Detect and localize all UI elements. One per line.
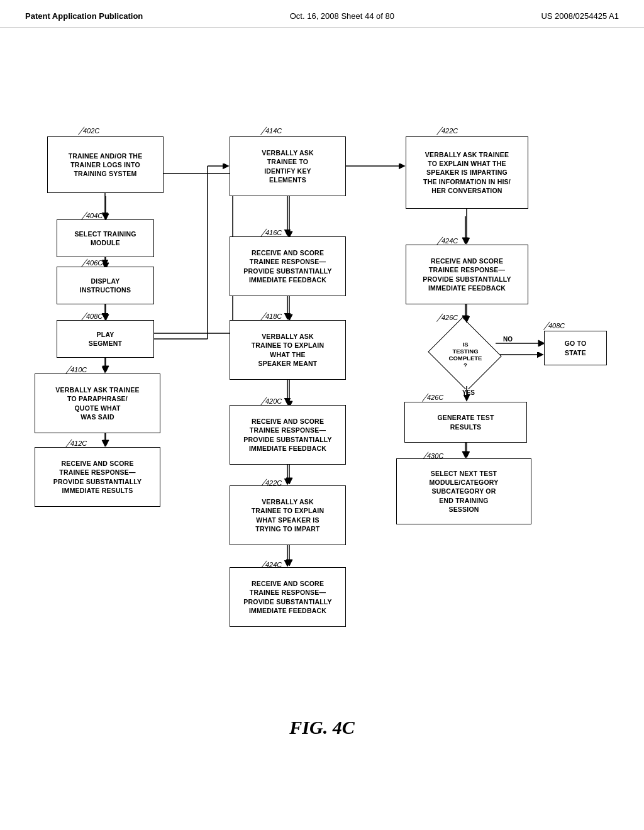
box-402c: TRAINEE AND/OR THE TRAINER LOGS INTO TRA… (47, 136, 164, 193)
box-424c-mid: RECEIVE AND SCORETRAINEE RESPONSE—PROVID… (230, 567, 346, 627)
diagram-area: ╱402C TRAINEE AND/OR THE TRAINER LOGS IN… (0, 34, 644, 757)
box-406c: DISPLAYINSTRUCTIONS (57, 267, 154, 304)
svg-marker-19 (286, 560, 292, 566)
ref-426c-gen: ╱426C (423, 394, 443, 402)
svg-marker-17 (286, 478, 292, 484)
diamond-426c: ISTESTINGCOMPLETE? (431, 323, 500, 386)
svg-marker-7 (103, 366, 109, 372)
ref-402c: ╱402C (79, 127, 99, 135)
box-410c: VERBALLY ASK TRAINEETO PARAPHRASE/QUOTE … (35, 374, 160, 433)
yes-label: YES (462, 389, 475, 396)
header-date-sheet: Oct. 16, 2008 Sheet 44 of 80 (290, 11, 394, 21)
no-label: NO (503, 336, 513, 343)
box-422c-right: VERBALLY ASK TRAINEETO EXPLAIN WHAT THES… (406, 136, 528, 209)
box-420c: RECEIVE AND SCORETRAINEE RESPONSE—PROVID… (230, 405, 346, 465)
ref-408c-2: ╱408C (544, 322, 565, 330)
box-422c-mid: VERBALLY ASKTRAINEE TO EXPLAINWHAT SPEAK… (230, 485, 346, 545)
box-424c-right: RECEIVE AND SCORETRAINEE RESPONSE—PROVID… (406, 245, 528, 304)
box-430c: SELECT NEXT TESTMODULE/CATEGORYSUBCATEGO… (396, 458, 531, 524)
box-go-to-state: GO TOSTATE (544, 331, 607, 365)
svg-marker-21 (462, 238, 469, 244)
svg-marker-9 (103, 440, 109, 446)
header-publication: Patent Application Publication (25, 11, 143, 21)
box-416c: RECEIVE AND SCORETRAINEE RESPONSE—PROVID… (230, 236, 346, 296)
box-418c: VERBALLY ASKTRAINEE TO EXPLAINWHAT THESP… (230, 320, 346, 380)
ref-426c-diamond: ╱426C (437, 314, 458, 322)
box-414c: VERBALLY ASKTRAINEE TOIDENTIFY KEYELEMEN… (230, 136, 346, 196)
box-408c: PLAYSEGMENT (57, 320, 154, 358)
box-generate-test-results: GENERATE TESTRESULTS (404, 402, 527, 443)
ref-422c-right: ╱422C (437, 127, 458, 135)
box-404c: SELECT TRAININGMODULE (57, 219, 154, 257)
figure-caption: FIG. 4C (0, 717, 644, 738)
ref-414c: ╱414C (261, 127, 282, 135)
header-patent-num: US 2008/0254425 A1 (541, 11, 619, 21)
box-412c: RECEIVE AND SCORETRAINEE RESPONSE—PROVID… (35, 447, 160, 507)
svg-marker-27 (462, 451, 469, 458)
